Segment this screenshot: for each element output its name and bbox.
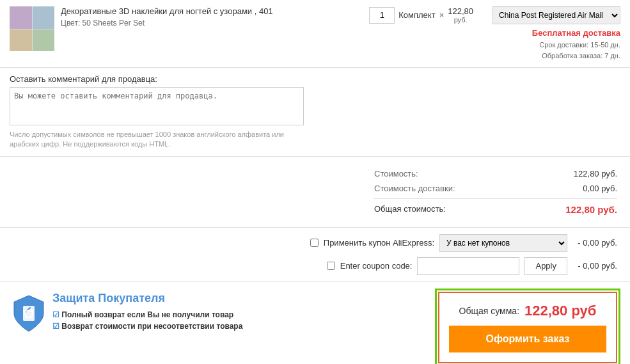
cost-label: Стоимость: [374,169,418,178]
grand-total-value: 122,80 руб. [565,204,617,215]
quantity-input[interactable] [369,7,395,24]
protection-item-2: Возврат стоимости при несоответствии тов… [52,320,242,332]
comment-label: Оставить комментарий для продавца: [10,74,620,84]
enter-coupon-checkbox[interactable] [327,262,335,270]
coupon-code-input[interactable] [417,257,519,275]
shipping-cost-value: 0,00 руб. [583,184,617,193]
enter-coupon-row: Enter coupon code: Apply - 0,00 руб. [13,257,617,275]
shield-icon: 🛡 [13,292,45,338]
shipping-cost-label: Стоимость доставки: [374,184,455,193]
order-total-amount: 122,80 руб [524,303,596,319]
protection-text: Защита Покупателя Полный возврат если Вы… [52,292,242,332]
page-wrapper: Декоративные 3D наклейки для ногтей с уз… [0,0,630,364]
delivery-time-value: 15-50 дн. [590,41,620,49]
shipping-cost-row: Стоимость доставки: 0,00 руб. [374,181,617,196]
cost-value: 122,80 руб. [574,169,617,178]
product-color: Цвет: 50 Sheets Per Set [61,19,363,28]
bottom-section: 🛡 Защита Покупателя Полный возврат если … [0,282,630,364]
delivery-info: Срок доставки: 15-50 дн. Обработка заказ… [539,40,620,61]
comment-textarea[interactable] [10,87,304,125]
product-image [10,6,54,51]
delivery-time-label: Срок доставки: [539,41,588,49]
order-total-box: Общая сумма: 122,80 руб Оформить заказ [438,292,617,363]
color-label: Цвет: [61,19,80,28]
aliexpress-coupon-discount: - 0,00 руб. [572,238,617,248]
apply-button[interactable]: Apply [524,257,567,275]
aliexpress-coupon-select[interactable]: У вас нет купонов [439,234,567,252]
protection-title: Защита Покупателя [52,292,242,305]
order-total-label: Общая сумма: [459,306,519,316]
product-qty-price: Комплект × 122,80 руб. [369,6,473,24]
unit-label: Комплект [398,10,435,20]
aliexpress-coupon-row: Применить купон AliExpress: У вас нет ку… [13,234,617,252]
color-value: 50 Sheets Per Set [83,19,145,28]
buyer-protection: 🛡 Защита Покупателя Полный возврат если … [13,292,425,363]
protection-item-1: Полный возврат если Вы не получили товар [52,309,242,320]
product-currency: руб. [448,16,473,24]
shipping-method-select[interactable]: China Post Registered Air Mail [492,6,620,24]
comment-hint: Число допустимых символов не превышает 1… [10,130,304,150]
cost-row: Стоимость: 122,80 руб. [374,166,617,181]
grand-total-row: Общая стоимость: 122,80 руб. [374,198,617,218]
checkout-button[interactable]: Оформить заказ [449,326,606,352]
protection-list: Полный возврат если Вы не получили товар… [52,309,242,332]
processing-value: 7 дн. [604,52,620,59]
comment-section: Оставить комментарий для продавца: Число… [0,68,630,157]
totals-section: Стоимость: 122,80 руб. Стоимость доставк… [0,157,630,228]
product-info: Декоративные 3D наклейки для ногтей с уз… [61,6,363,28]
multiply-symbol: × [439,10,445,20]
product-title: Декоративные 3D наклейки для ногтей с уз… [61,6,363,16]
grand-total-label: Общая стоимость: [374,204,446,215]
product-section: Декоративные 3D наклейки для ногтей с уз… [0,0,630,68]
enter-coupon-label: Enter coupon code: [340,261,413,271]
aliexpress-coupon-checkbox[interactable] [310,239,319,247]
order-total-row: Общая сумма: 122,80 руб [449,303,606,319]
coupon-section: Применить купон AliExpress: У вас нет ку… [0,228,630,282]
product-price: 122,80 [448,6,473,16]
processing-label: Обработка заказа: [542,52,602,59]
totals-table: Стоимость: 122,80 руб. Стоимость доставк… [374,166,617,218]
code-coupon-discount: - 0,00 руб. [572,261,617,271]
shipping-select-area: China Post Registered Air Mail Бесплатна… [492,6,620,61]
aliexpress-coupon-label: Применить купон AliExpress: [324,238,434,248]
free-shipping-label: Бесплатная доставка [532,28,620,38]
svg-text:🛡: 🛡 [23,308,35,321]
